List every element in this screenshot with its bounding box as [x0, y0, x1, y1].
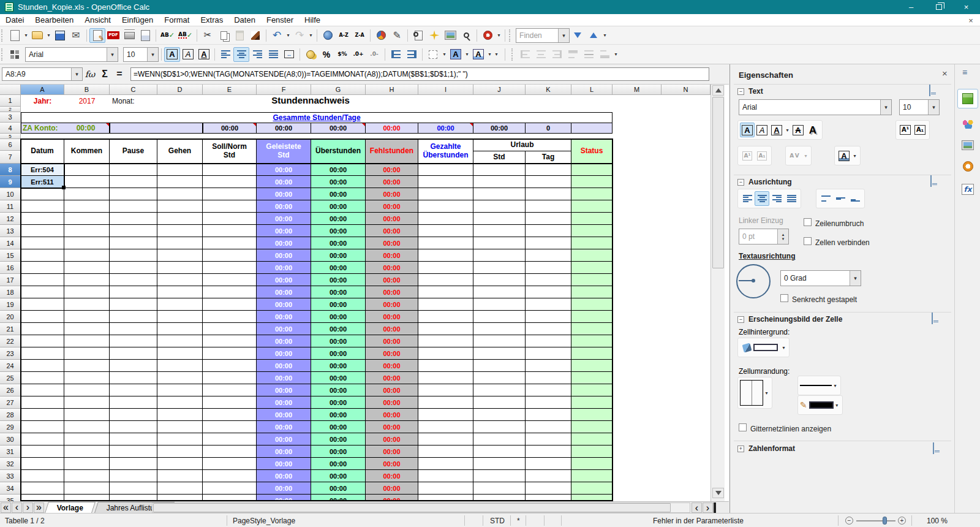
cell-appearance-section-launcher[interactable]	[932, 313, 933, 324]
cell-G18[interactable]: 00:00	[311, 286, 366, 298]
menu-extras[interactable]: Extras	[195, 14, 228, 26]
cell-L14[interactable]	[571, 237, 612, 249]
sheet-tab-vorlage[interactable]: Vorlage	[45, 502, 96, 513]
align-justify-button[interactable]	[265, 47, 281, 62]
zoom-in-button[interactable]: +	[898, 517, 906, 525]
cell-J17[interactable]	[473, 274, 526, 286]
font-size-combo[interactable]: 10▾	[123, 47, 159, 62]
row-header-19[interactable]: 19	[0, 298, 21, 311]
currency-format-button[interactable]	[303, 47, 318, 62]
cell-J31[interactable]	[473, 445, 526, 458]
cell-L22[interactable]	[571, 335, 612, 347]
cell-L28[interactable]	[571, 409, 612, 421]
cell-I20[interactable]	[418, 311, 473, 323]
cell-A33[interactable]	[21, 470, 64, 482]
sidebar-font-size-dropdown[interactable]: ▾	[928, 100, 939, 115]
find-replace-button[interactable]	[410, 28, 426, 43]
cell-K11[interactable]	[526, 200, 571, 213]
cell-L24[interactable]	[571, 360, 612, 372]
cell-L33[interactable]	[571, 470, 612, 482]
cell-G13[interactable]: 00:00	[311, 225, 366, 237]
cell-G28[interactable]: 00:00	[311, 409, 366, 421]
cell-A27[interactable]	[21, 396, 64, 409]
column-header-N[interactable]: N	[662, 85, 710, 95]
menu-einfuegen[interactable]: Einfügen	[116, 14, 159, 26]
cell-H25[interactable]: 00:00	[366, 372, 418, 384]
sidebar-close-icon[interactable]: ×	[942, 68, 948, 78]
cell-J32[interactable]	[473, 458, 526, 470]
header-gehen[interactable]: Gehen	[157, 139, 203, 164]
row-header-2[interactable]: 2	[0, 107, 21, 112]
cell-K32[interactable]	[526, 458, 571, 470]
sidebar-shadow-button[interactable]: A	[805, 123, 820, 137]
auto-spellcheck-button[interactable]: AB✓	[176, 28, 194, 43]
cell-G29[interactable]: 00:00	[311, 421, 366, 433]
wrap-checkbox-box[interactable]	[804, 218, 812, 226]
zoom-out-button[interactable]: −	[845, 517, 853, 525]
cell-B22[interactable]	[64, 335, 110, 347]
cell-F23[interactable]: 00:00	[257, 347, 311, 360]
cell-F32[interactable]: 00:00	[257, 458, 311, 470]
cell-J12[interactable]	[473, 213, 526, 225]
cell-F18[interactable]: 00:00	[257, 286, 311, 298]
format-paintbrush-button[interactable]	[247, 28, 263, 43]
cell-I23[interactable]	[418, 347, 473, 360]
undo-button[interactable]: ↶	[269, 28, 285, 43]
sum-button[interactable]: Σ	[97, 67, 112, 81]
cell-E27[interactable]	[203, 396, 257, 409]
cell-D12[interactable]	[157, 213, 203, 225]
cell-E31[interactable]	[203, 445, 257, 458]
header-fehlstunden[interactable]: Fehlstunden	[366, 139, 418, 164]
cell-B33[interactable]	[64, 470, 110, 482]
gallery-button[interactable]	[442, 28, 458, 43]
cell-K21[interactable]	[526, 323, 571, 335]
spreadsheet-grid[interactable]: ABCDEFGHIJKLMN12345678910111213141516171…	[0, 85, 729, 501]
cell-L34[interactable]	[571, 482, 612, 495]
cell-C27[interactable]	[110, 396, 157, 409]
cell-A1-jahr-label[interactable]: Jahr:	[22, 95, 63, 107]
cell-B35[interactable]	[64, 495, 110, 501]
cell-D30[interactable]	[157, 433, 203, 445]
align-toolbar-grip[interactable]	[511, 48, 516, 61]
cell-I16[interactable]	[418, 262, 473, 274]
cell-G16[interactable]: 00:00	[311, 262, 366, 274]
row-header-1[interactable]: 1	[0, 95, 21, 107]
number-format-section-launcher[interactable]	[933, 442, 934, 454]
cell-K14[interactable]	[526, 237, 571, 249]
row-header-25[interactable]: 25	[0, 372, 21, 384]
find-toolbar-grip[interactable]	[509, 29, 513, 42]
row-header-13[interactable]: 13	[0, 225, 21, 237]
cell-K18[interactable]	[526, 286, 571, 298]
cell-F27[interactable]: 00:00	[257, 396, 311, 409]
background-color-button[interactable]: A	[448, 47, 464, 62]
email-button[interactable]: ✉	[68, 28, 84, 43]
cell-H4[interactable]: 00:00	[366, 123, 418, 134]
menu-daten[interactable]: Daten	[228, 14, 261, 26]
cell-F12[interactable]: 00:00	[257, 213, 311, 225]
cell-D24[interactable]	[157, 360, 203, 372]
show-draw-functions-button[interactable]: ✎	[389, 28, 405, 43]
cell-G35[interactable]: 00:00	[311, 495, 366, 501]
cell-D8[interactable]	[157, 164, 203, 176]
cell-E25[interactable]	[203, 372, 257, 384]
merge-cells-button[interactable]: ↔	[281, 47, 297, 62]
alignment-section-launcher[interactable]	[930, 175, 932, 187]
cell-B10[interactable]	[64, 188, 110, 200]
cell-G22[interactable]: 00:00	[311, 335, 366, 347]
cell-F34[interactable]: 00:00	[257, 482, 311, 495]
cell-G31[interactable]: 00:00	[311, 445, 366, 458]
cell-F26[interactable]: 00:00	[257, 384, 311, 396]
cell-C26[interactable]	[110, 384, 157, 396]
cell-D26[interactable]	[157, 384, 203, 396]
cell-H14[interactable]: 00:00	[366, 237, 418, 249]
sort-descending-button[interactable]: Z-A	[352, 28, 368, 43]
row-header-20[interactable]: 20	[0, 311, 21, 323]
cell-E15[interactable]	[203, 249, 257, 262]
cell-F22[interactable]: 00:00	[257, 335, 311, 347]
column-header-B[interactable]: B	[64, 85, 110, 95]
cell-J14[interactable]	[473, 237, 526, 249]
cell-D28[interactable]	[157, 409, 203, 421]
cell-B12[interactable]	[64, 213, 110, 225]
cell-A23[interactable]	[21, 347, 64, 360]
redo-dropdown[interactable]: ▾	[307, 28, 314, 43]
